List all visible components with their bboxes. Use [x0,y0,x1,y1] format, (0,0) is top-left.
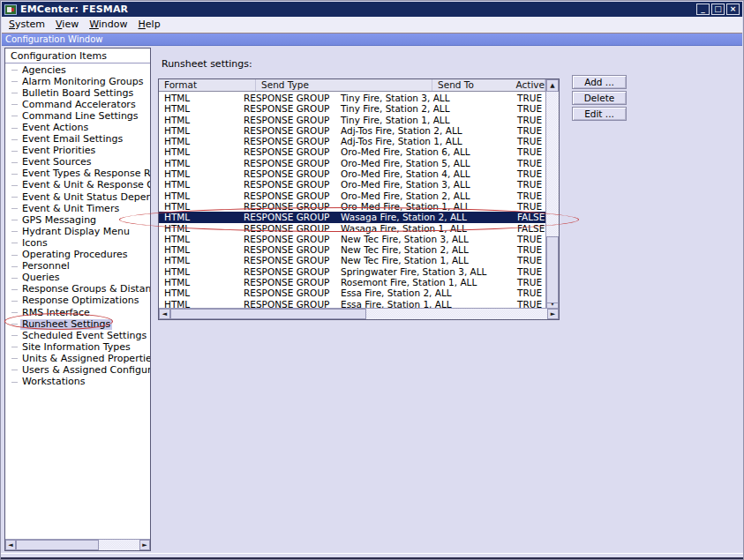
table-row[interactable]: HTML RESPONSE GROUP Wasaga Fire, Station… [159,212,545,222]
column-header[interactable]: Active [511,79,545,91]
scrollbar-thumb[interactable] [170,309,366,319]
tree-item[interactable]: Icons [5,237,150,249]
tree-item[interactable]: Event Priorities [5,146,150,157]
cell-active: TRUE [512,255,545,265]
tree-item[interactable]: Scheduled Event Settings [5,330,150,341]
minimize-button[interactable]: _ [696,4,710,15]
table-horizontal-scrollbar: ◄ ► [159,308,559,319]
tree-item[interactable]: Event & Unit Timers [5,203,150,214]
table-row[interactable]: HTML RESPONSE GROUP Oro-Med Fire, Statio… [159,146,545,157]
table-vertical-scrollbar: ▲ ▼ [545,79,559,310]
cell-format: HTML [159,125,238,136]
maximize-button[interactable]: □ [711,4,725,15]
menu-item[interactable]: System [4,18,50,31]
tree-item[interactable]: Hydrant Display Menu [5,226,150,237]
tree-item[interactable]: RMS Interface [5,307,150,318]
column-header[interactable]: Format [159,79,256,91]
cell-send-type: RESPONSE GROUP [238,146,335,157]
table-row[interactable]: HTML RESPONSE GROUP Oro-Med Fire, Statio… [159,190,545,201]
table-row[interactable]: HTML RESPONSE GROUP Rosemont Fire, Stati… [159,277,545,287]
table-row[interactable]: HTML RESPONSE GROUP New Tec Fire, Statio… [159,234,545,244]
tree-item[interactable]: Event & Unit Status Depend [5,191,150,203]
table-row[interactable]: HTML RESPONSE GROUP Oro-Med Fire, Statio… [159,168,545,179]
tree-item-label: Site Information Types [20,342,132,353]
tree-item[interactable]: Event Email Settings [5,134,150,146]
app-window: EMCenter: FESMAR _ □ × SystemViewWindowH… [0,0,744,560]
tree-item[interactable]: Site Information Types [5,341,150,353]
scroll-right-button[interactable]: ► [547,309,559,319]
tree-item[interactable]: Response Optimizations [5,295,150,307]
tree-item-label: Runsheet Settings [20,319,112,330]
scroll-right-button[interactable]: ► [139,540,150,550]
scrollbar-track[interactable] [546,92,559,297]
cell-active: TRUE [512,125,545,136]
table-row[interactable]: HTML RESPONSE GROUP Springwater Fire, St… [159,266,545,277]
tree-item[interactable]: Agencies [5,64,150,76]
table-row[interactable]: HTML RESPONSE GROUP Tiny Fire, Station 2… [159,103,545,114]
cell-format: HTML [159,244,238,255]
cell-send-type: RESPONSE GROUP [238,255,335,265]
scrollbar-thumb[interactable] [16,540,99,550]
column-header[interactable]: Send Type [256,79,432,91]
table-row[interactable]: HTML RESPONSE GROUP Wasaga Fire, Station… [159,223,545,234]
table-row[interactable]: HTML RESPONSE GROUP New Tec Fire, Statio… [159,244,545,255]
tree-branch-line [11,335,18,336]
tree-branch-line [11,139,18,140]
menu-item[interactable]: View [50,18,84,31]
close-button[interactable]: × [726,4,740,15]
tree-item[interactable]: Command Accelerators [5,99,150,110]
scrollbar-thumb[interactable] [546,236,559,303]
table-row[interactable]: HTML RESPONSE GROUP Tiny Fire, Station 3… [159,93,545,103]
tree-item[interactable]: Event Actions [5,122,150,133]
tree-item[interactable]: Workstations [5,377,150,388]
tree-item[interactable]: GPS Messaging [5,214,150,226]
cell-send-to: Oro-Med Fire, Station 3, ALL [335,179,512,190]
cell-format: HTML [159,266,238,277]
menu-item[interactable]: Help [133,18,166,31]
tree-item[interactable]: Runsheet Settings [5,318,150,330]
tree-item[interactable]: Bulletin Board Settings [5,87,150,99]
column-header[interactable]: Send To [432,79,511,91]
cell-format: HTML [159,277,238,287]
cell-format: HTML [159,136,238,146]
cell-send-to: New Tec Fire, Station 2, ALL [335,244,512,255]
action-button[interactable]: Add ... [572,75,627,89]
table-row[interactable]: HTML RESPONSE GROUP Tiny Fire, Station 1… [159,115,545,125]
tree-item[interactable]: Event Types & Response Re [5,168,150,180]
tree-item[interactable]: Command Line Settings [5,110,150,122]
tree-item[interactable]: Alarm Monitoring Groups [5,76,150,87]
tree-item[interactable]: Response Groups & Distanc [5,284,150,295]
tree-item-label: Personnel [20,261,71,272]
action-button[interactable]: Delete [572,91,627,105]
action-button[interactable]: Edit ... [572,107,627,121]
table-body: HTML RESPONSE GROUP Tiny Fire, Station 3… [159,93,545,310]
tree-item[interactable]: Users & Assigned Configura [5,364,150,376]
tree-item[interactable]: Event & Unit & Response Gr [5,180,150,191]
menu-item[interactable]: Window [84,18,132,31]
tree-item[interactable]: Queries [5,273,150,284]
table-row[interactable]: HTML RESPONSE GROUP Adj-Tos Fire, Statio… [159,136,545,146]
cell-send-to: Tiny Fire, Station 1, ALL [335,115,512,125]
scroll-up-button[interactable]: ▲ [546,79,559,92]
tree-item[interactable]: Operating Procedures [5,250,150,261]
tree-item[interactable]: Event Sources [5,157,150,168]
tree-item[interactable]: Personnel [5,261,150,273]
scroll-left-button[interactable]: ◄ [5,540,16,550]
tree-branch-line [11,347,18,347]
scrollbar-track[interactable] [16,540,139,550]
cell-send-to: Springwater Fire, Station 3, ALL [335,266,512,277]
table-row[interactable]: HTML RESPONSE GROUP Oro-Med Fire, Statio… [159,158,545,168]
configuration-items-tree: Agencies Alarm Monitoring Groups Bulleti… [5,64,150,538]
table-row[interactable]: HTML RESPONSE GROUP Essa Fire, Station 2… [159,287,545,298]
table-row[interactable]: HTML RESPONSE GROUP Adj-Tos Fire, Statio… [159,125,545,136]
tree-item[interactable]: Units & Assigned Properties [5,353,150,364]
cell-active: TRUE [512,277,545,287]
scrollbar-track[interactable] [170,309,547,319]
table-row[interactable]: HTML RESPONSE GROUP Oro-Med Fire, Statio… [159,201,545,212]
scroll-left-button[interactable]: ◄ [159,309,170,319]
cell-format: HTML [159,168,238,179]
table-row[interactable]: HTML RESPONSE GROUP Oro-Med Fire, Statio… [159,179,545,190]
tree-branch-line [11,128,18,129]
cell-format: HTML [159,234,238,244]
table-row[interactable]: HTML RESPONSE GROUP New Tec Fire, Statio… [159,255,545,265]
